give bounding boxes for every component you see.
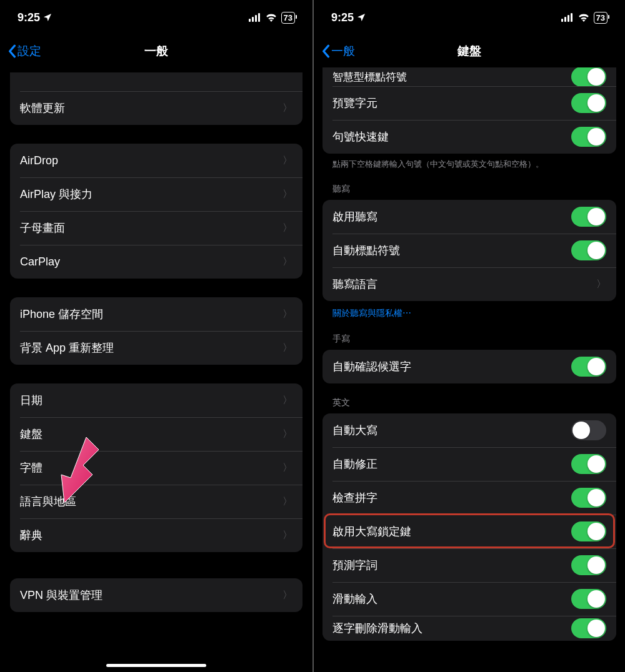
status-time: 9:25 bbox=[331, 11, 354, 24]
svg-rect-3 bbox=[258, 13, 260, 22]
row-label: AirPlay 與接力 bbox=[20, 187, 92, 202]
back-label: 一般 bbox=[331, 43, 355, 59]
row-label: 軟體更新 bbox=[20, 101, 65, 116]
toggle[interactable] bbox=[571, 420, 606, 440]
wifi-icon bbox=[578, 13, 590, 22]
link-dictation-privacy[interactable]: 關於聽寫與隱私權⋯ bbox=[322, 301, 616, 320]
row-label: 聽寫語言 bbox=[332, 277, 378, 292]
group-vpn: VPN 與裝置管理〉 bbox=[10, 578, 302, 612]
chevron-right-icon: 〉 bbox=[282, 308, 292, 321]
chevron-right-icon: 〉 bbox=[282, 222, 292, 235]
row-software-update[interactable]: 軟體更新 〉 bbox=[10, 91, 302, 125]
row-fonts[interactable]: 字體〉 bbox=[10, 451, 302, 485]
chevron-right-icon: 〉 bbox=[282, 255, 292, 269]
toggle[interactable] bbox=[571, 357, 606, 377]
row-label: 辭典 bbox=[20, 528, 42, 543]
svg-rect-5 bbox=[561, 19, 563, 22]
header-dictation: 聽寫 bbox=[322, 170, 616, 200]
header-handwrite: 手寫 bbox=[322, 320, 616, 350]
toggle[interactable] bbox=[571, 589, 606, 609]
cellular-icon bbox=[561, 13, 574, 22]
chevron-right-icon: 〉 bbox=[282, 589, 292, 602]
row-label: 逐字刪除滑動輸入 bbox=[332, 621, 422, 636]
row-label: 自動確認候選字 bbox=[332, 359, 411, 374]
chevron-right-icon: 〉 bbox=[282, 495, 292, 508]
row-auto-cap[interactable]: 自動大寫 bbox=[322, 413, 616, 447]
row-slide-type[interactable]: 滑動輸入 bbox=[322, 582, 616, 616]
svg-rect-8 bbox=[571, 13, 572, 22]
toggle[interactable] bbox=[571, 555, 606, 575]
row-caps-lock[interactable]: 啟用大寫鎖定鍵 bbox=[322, 515, 616, 548]
row-storage[interactable]: iPhone 儲存空間〉 bbox=[10, 297, 302, 331]
toggle[interactable] bbox=[571, 207, 606, 227]
status-time: 9:25 bbox=[18, 11, 40, 24]
footnote-period: 點兩下空格鍵將輸入句號（中文句號或英文句點和空格）。 bbox=[322, 154, 616, 170]
group-dictation: 啟用聽寫 自動標點符號 聽寫語言 〉 bbox=[322, 200, 616, 301]
row-smart-punctuation[interactable]: 智慧型標點符號 bbox=[322, 67, 616, 86]
row-predictive[interactable]: 預測字詞 bbox=[322, 548, 616, 582]
toggle[interactable] bbox=[571, 93, 606, 113]
location-icon bbox=[42, 12, 52, 22]
row-label: 語言與地區 bbox=[20, 494, 76, 509]
row-airplay[interactable]: AirPlay 與接力〉 bbox=[10, 177, 302, 211]
row-label: 預測字詞 bbox=[332, 558, 378, 573]
group-general: 日期〉 鍵盤〉 字體〉 語言與地區〉 辭典〉 bbox=[10, 383, 302, 552]
toggle[interactable] bbox=[571, 454, 606, 474]
row-label: 自動標點符號 bbox=[332, 243, 400, 258]
wifi-icon bbox=[265, 13, 278, 22]
row-label: CarPlay bbox=[20, 255, 60, 269]
row-check-spelling[interactable]: 檢查拼字 bbox=[322, 481, 616, 515]
chevron-right-icon: 〉 bbox=[282, 154, 292, 167]
row-period-shortcut[interactable]: 句號快速鍵 bbox=[322, 120, 616, 154]
chevron-right-icon: 〉 bbox=[282, 188, 292, 201]
row-dictation-language[interactable]: 聽寫語言 〉 bbox=[322, 267, 616, 301]
row-enable-dictation[interactable]: 啟用聽寫 bbox=[322, 200, 616, 234]
row-auto-punctuation[interactable]: 自動標點符號 bbox=[322, 234, 616, 267]
chevron-right-icon: 〉 bbox=[282, 428, 292, 441]
row-auto-confirm[interactable]: 自動確認候選字 bbox=[322, 350, 616, 383]
row-label: AirDrop bbox=[20, 154, 58, 167]
row-carplay[interactable]: CarPlay〉 bbox=[10, 245, 302, 279]
group-top: 智慧型標點符號 預覽字元 句號快速鍵 bbox=[322, 67, 616, 154]
svg-rect-7 bbox=[568, 15, 569, 22]
chevron-right-icon: 〉 bbox=[596, 278, 606, 291]
chevron-right-icon: 〉 bbox=[282, 394, 292, 407]
row-pip[interactable]: 子母畫面〉 bbox=[10, 211, 302, 245]
toggle[interactable] bbox=[571, 488, 606, 508]
toggle[interactable] bbox=[571, 240, 606, 260]
back-button[interactable]: 一般 bbox=[321, 43, 355, 59]
row-dictionary[interactable]: 辭典〉 bbox=[10, 518, 302, 552]
row-label: VPN 與裝置管理 bbox=[20, 588, 102, 603]
row-label: 智慧型標點符號 bbox=[332, 70, 407, 84]
home-indicator[interactable] bbox=[106, 664, 206, 667]
chevron-left-icon bbox=[8, 44, 16, 58]
chevron-right-icon: 〉 bbox=[282, 342, 292, 355]
toggle[interactable] bbox=[571, 521, 606, 541]
back-button[interactable]: 設定 bbox=[8, 43, 41, 59]
toggle[interactable] bbox=[571, 618, 606, 638]
status-bar: 9:25 73 bbox=[0, 0, 312, 35]
row-preview[interactable]: 預覽字元 bbox=[322, 86, 616, 120]
row-label: 子母畫面 bbox=[20, 220, 65, 235]
toggle[interactable] bbox=[571, 127, 606, 147]
group-handwrite: 自動確認候選字 bbox=[322, 350, 616, 383]
row-airdrop[interactable]: AirDrop〉 bbox=[10, 144, 302, 177]
phone-right: 9:25 73 一般 鍵盤 智慧型標點符號 預覽字元 bbox=[312, 0, 625, 672]
status-bar: 9:25 73 bbox=[314, 0, 625, 35]
row-language[interactable]: 語言與地區〉 bbox=[10, 485, 302, 518]
row-date[interactable]: 日期〉 bbox=[10, 383, 302, 417]
svg-rect-0 bbox=[249, 19, 251, 22]
row-auto-correct[interactable]: 自動修正 bbox=[322, 447, 616, 481]
chevron-left-icon bbox=[321, 44, 330, 58]
row-background-refresh[interactable]: 背景 App 重新整理〉 bbox=[10, 331, 302, 365]
row-delete-slide[interactable]: 逐字刪除滑動輸入 bbox=[322, 616, 616, 641]
group-connectivity: AirDrop〉 AirPlay 與接力〉 子母畫面〉 CarPlay〉 bbox=[10, 144, 302, 279]
group-storage: iPhone 儲存空間〉 背景 App 重新整理〉 bbox=[10, 297, 302, 365]
row-label: 句號快速鍵 bbox=[332, 129, 389, 144]
row-keyboard[interactable]: 鍵盤〉 bbox=[10, 417, 302, 451]
row-label: 鍵盤 bbox=[20, 427, 42, 442]
row-vpn[interactable]: VPN 與裝置管理〉 bbox=[10, 578, 302, 612]
row-label: 檢查拼字 bbox=[332, 490, 378, 505]
battery-indicator: 73 bbox=[594, 12, 608, 24]
toggle[interactable] bbox=[571, 67, 606, 87]
